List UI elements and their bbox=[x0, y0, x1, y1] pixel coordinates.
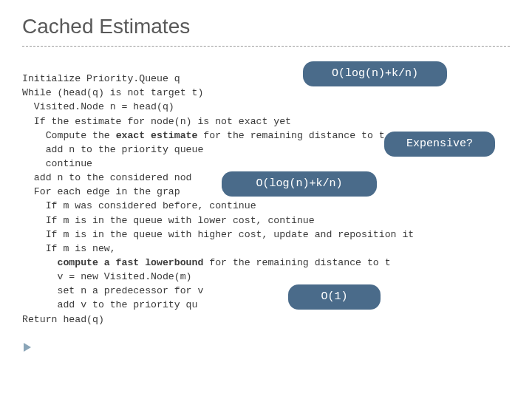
code-line: Return head(q) bbox=[22, 314, 104, 325]
code-line: continue bbox=[22, 158, 92, 169]
code-line: compute a fast lowerbound for the remain… bbox=[22, 257, 391, 268]
annotation-bubble: Expensive? bbox=[384, 132, 495, 157]
code-line: If m was considered before, continue bbox=[22, 200, 256, 211]
code-line: For each edge in the grap bbox=[22, 186, 180, 197]
slide-title: Cached Estimates bbox=[22, 15, 510, 38]
code-line: Visited.Node n = head(q) bbox=[22, 101, 174, 112]
code-line: set n a predecessor for v bbox=[22, 285, 203, 296]
divider-top bbox=[22, 46, 510, 47]
annotation-bubble: O(log(n)+k/n) bbox=[303, 61, 447, 86]
code-line: add v to the priority qu bbox=[22, 299, 197, 310]
code-block: Initialize Priority.Queue q While (head(… bbox=[22, 58, 510, 397]
code-line: add n to the priority queue bbox=[22, 144, 203, 155]
slide: Cached Estimates Initialize Priority.Que… bbox=[0, 0, 532, 399]
code-line: Initialize Priority.Queue q bbox=[22, 73, 180, 84]
code-line: add n to the considered nod bbox=[22, 172, 192, 183]
code-line: If the estimate for node(n) is not exact… bbox=[22, 116, 291, 127]
code-line: While (head(q) is not target t) bbox=[22, 87, 203, 98]
code-line: v = new Visited.Node(m) bbox=[22, 271, 192, 282]
code-line: If m is in the queue with higher cost, u… bbox=[22, 229, 414, 240]
code-line: Compute the exact estimate for the remai… bbox=[22, 130, 408, 141]
annotation-bubble: O(1) bbox=[288, 284, 381, 310]
arrow-icon bbox=[24, 343, 31, 352]
annotation-bubble: O(log(n)+k/n) bbox=[222, 171, 377, 197]
code-line: If m is new, bbox=[22, 243, 116, 254]
code-line: If m is in the queue with lower cost, co… bbox=[22, 215, 315, 226]
